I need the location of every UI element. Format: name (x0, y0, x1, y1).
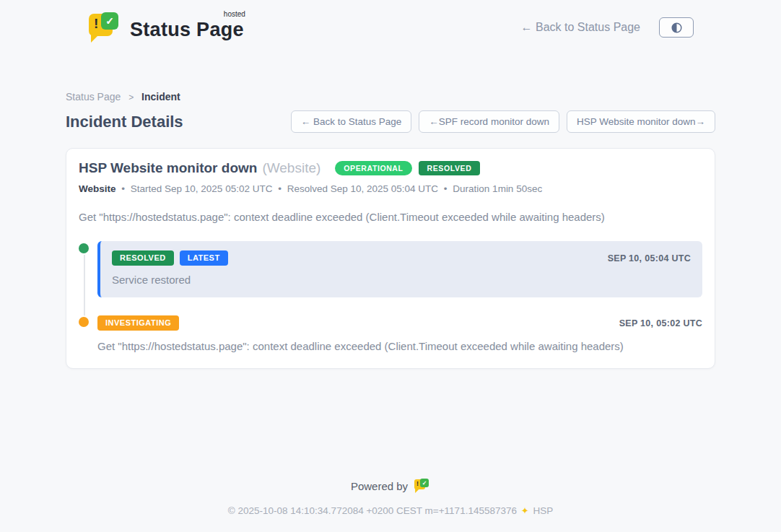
incident-component: (Website) (262, 160, 320, 176)
sparkles-icon: ✦ (521, 505, 529, 516)
timeline-entry-header: INVESTIGATING SEP 10, 05:02 UTC (97, 315, 702, 331)
back-to-status-page-button[interactable]: ← Back to Status Page (291, 110, 412, 133)
timeline-badges: RESOLVED LATEST (112, 250, 228, 266)
checkmark-icon: ✓ (420, 479, 429, 487)
page-title: Incident Details (66, 113, 183, 131)
next-incident-button[interactable]: HSP Website monitor down→ (567, 110, 715, 133)
meta-separator: • (121, 183, 125, 194)
incident-timeline: RESOLVED LATEST SEP 10, 05:04 UTC Servic… (79, 241, 702, 352)
title-row: Incident Details ← Back to Status Page ←… (66, 110, 715, 133)
timeline-timestamp: SEP 10, 05:02 UTC (619, 318, 702, 328)
meta-separator: • (444, 183, 448, 194)
breadcrumb-separator: > (128, 92, 134, 103)
brand-name-wrap: Status Page hosted (130, 14, 244, 41)
incident-card: HSP Website monitor down (Website) OPERA… (66, 148, 715, 369)
copyright-suffix: HSP (533, 505, 553, 516)
timeline-entry-investigating: INVESTIGATING SEP 10, 05:02 UTC Get "htt… (79, 315, 702, 352)
powered-by-label: Powered by (351, 480, 408, 492)
logo-bubble-tail (415, 489, 419, 493)
incident-title-row: HSP Website monitor down (Website) OPERA… (79, 160, 702, 176)
contrast-half-circle-icon (670, 21, 684, 35)
incident-title: HSP Website monitor down (79, 160, 257, 176)
incident-meta: Website • Started Sep 10, 2025 05:02 UTC… (79, 183, 702, 194)
timeline-latest-highlight-box: RESOLVED LATEST SEP 10, 05:04 UTC Servic… (97, 241, 702, 297)
timeline-dot-orange (79, 317, 89, 327)
breadcrumb: Status Page > Incident (66, 91, 715, 103)
meta-component: Website (79, 183, 116, 194)
breadcrumb-status-page-link[interactable]: Status Page (66, 91, 121, 103)
meta-started: Started Sep 10, 2025 05:02 UTC (131, 183, 273, 194)
brand-logo-icon: ! ✓ (89, 12, 119, 43)
timeline-timestamp: SEP 10, 05:04 UTC (608, 253, 691, 263)
timeline-message: Service restored (112, 274, 691, 286)
prev-incident-button[interactable]: ←SPF record monitor down (419, 110, 559, 133)
investigating-status-badge: INVESTIGATING (97, 315, 179, 331)
meta-separator: • (278, 183, 282, 194)
header-back-link[interactable]: ← Back to Status Page (521, 21, 640, 34)
footer: Powered by ! ✓ © 2025-10-08 14:10:34.772… (0, 478, 781, 516)
meta-resolved: Resolved Sep 10, 2025 05:04 UTC (287, 183, 438, 194)
brand-logo[interactable]: ! ✓ Status Page hosted (89, 12, 244, 43)
resolved-status-badge: RESOLVED (112, 250, 174, 266)
theme-toggle-button[interactable] (659, 17, 694, 38)
brand-name: Status Page (130, 19, 244, 40)
main-content: Status Page > Incident Incident Details … (66, 91, 715, 369)
footer-brand-logo[interactable]: ! ✓ (414, 478, 430, 494)
copyright-line: © 2025-10-08 14:10:34.772084 +0200 CEST … (0, 505, 781, 516)
header: ! ✓ Status Page hosted ← Back to Status … (0, 0, 781, 43)
exclamation-icon: ! (94, 17, 98, 30)
latest-badge: LATEST (180, 250, 228, 266)
copyright-text: © 2025-10-08 14:10:34.772084 +0200 CEST … (228, 505, 517, 516)
resolved-badge: RESOLVED (419, 161, 481, 176)
timeline-entry-resolved: RESOLVED LATEST SEP 10, 05:04 UTC Servic… (79, 241, 702, 297)
operational-badge: OPERATIONAL (335, 161, 411, 176)
brand-superscript: hosted (224, 10, 245, 18)
breadcrumb-current: Incident (141, 91, 180, 103)
meta-duration: Duration 1min 50sec (453, 183, 542, 194)
header-right: ← Back to Status Page (521, 17, 694, 38)
timeline-entry-header: RESOLVED LATEST SEP 10, 05:04 UTC (112, 250, 691, 266)
incident-description: Get "https://hostedstatus.page": context… (79, 211, 702, 223)
checkmark-icon: ✓ (101, 12, 118, 30)
timeline-dot-green (79, 243, 89, 253)
incident-nav-buttons: ← Back to Status Page ←SPF record monito… (291, 110, 715, 133)
timeline-message: Get "https://hostedstatus.page": context… (97, 340, 702, 352)
exclamation-icon: ! (416, 481, 419, 487)
powered-by: Powered by ! ✓ (351, 478, 430, 494)
